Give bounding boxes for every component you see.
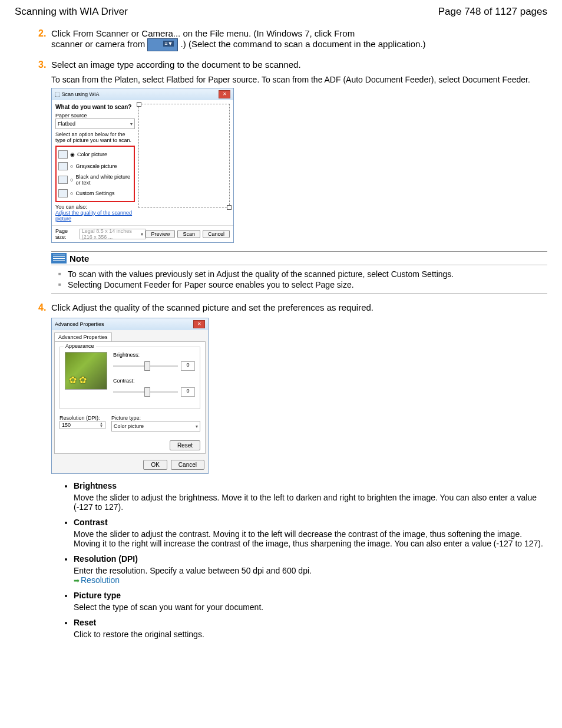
arrow-icon: ➡	[74, 577, 80, 585]
settings-icon	[58, 189, 68, 197]
note-icon	[51, 253, 67, 263]
resolution-link[interactable]: Resolution	[81, 575, 120, 585]
dialog-title: Advanced Properties	[55, 321, 104, 327]
image-type-options: ◉Color picture ○Grayscale picture ○Black…	[55, 146, 135, 202]
hint-text: Select an option below for the type of p…	[55, 131, 135, 143]
brightness-label: Brightness:	[113, 352, 195, 358]
paper-source-label: Paper source	[55, 113, 135, 118]
step-text: Click Adjust the quality of the scanned …	[51, 302, 373, 313]
description-list: Brightness Move the slider to adjust the…	[62, 481, 547, 639]
opt-bw-picture[interactable]: ○Black and white picture or text	[58, 172, 133, 187]
opt-color-picture[interactable]: ◉Color picture	[58, 149, 133, 160]
text: scanner or camera from	[51, 39, 147, 49]
note-heading: Note	[70, 253, 89, 263]
list-item: Picture type Select the type of scan you…	[74, 591, 547, 612]
preview-button[interactable]: Preview	[146, 230, 175, 238]
step-number: 3.	[38, 60, 51, 70]
step-text: Select an image type according to the do…	[51, 60, 301, 70]
picture-type-select[interactable]: Color picture	[111, 421, 200, 431]
preview-thumbnail	[65, 352, 107, 390]
page-indicator: Page 748 of 1127 pages	[438, 6, 547, 18]
page-size-label: Page size:	[55, 228, 77, 240]
text-icon	[58, 176, 68, 184]
note-item: Selecting Document Feeder for Paper sour…	[68, 279, 547, 290]
picture-type-label: Picture type:	[111, 415, 200, 421]
picture-icon	[58, 150, 68, 159]
list-item: Reset Click to restore the original sett…	[74, 618, 547, 639]
you-can-also-label: You can also:	[55, 204, 135, 210]
reset-button[interactable]: Reset	[170, 440, 200, 450]
list-item: Brightness Move the slider to adjust the…	[74, 481, 547, 512]
page-title: Scanning with WIA Driver	[15, 6, 128, 18]
close-icon[interactable]: ✕	[193, 320, 205, 328]
paper-source-select[interactable]: Flatbed	[55, 118, 135, 129]
cancel-button[interactable]: Cancel	[203, 230, 230, 238]
brightness-input[interactable]: 0	[181, 361, 195, 371]
step-number: 2.	[38, 28, 51, 51]
step-subtext: To scan from the Platen, select Flatbed …	[51, 75, 547, 84]
ok-button[interactable]: OK	[143, 460, 167, 470]
text: Click From Scanner or Camera... on the F…	[51, 28, 355, 38]
resolution-input[interactable]: 150 ▲▼	[59, 421, 105, 429]
dialog-title: ⬚ Scan using WIA	[55, 91, 100, 97]
step-number: 4.	[38, 302, 51, 313]
contrast-input[interactable]: 0	[181, 387, 195, 397]
note-block: Note To scan with the values previously …	[51, 251, 547, 294]
opt-custom-settings[interactable]: ○Custom Settings	[58, 187, 133, 199]
advanced-properties-dialog: Advanced Properties ✕ Advanced Propertie…	[51, 318, 209, 474]
menu-dropdown-icon	[147, 38, 178, 51]
contrast-slider[interactable]	[113, 391, 178, 393]
cancel-button[interactable]: Cancel	[171, 460, 204, 470]
wia-scan-dialog: ⬚ Scan using WIA ✕ What do you want to s…	[51, 88, 234, 243]
close-icon[interactable]: ✕	[219, 90, 230, 98]
picture-icon	[58, 162, 68, 170]
scan-button[interactable]: Scan	[177, 230, 200, 238]
brightness-slider[interactable]	[113, 365, 178, 367]
page-size-select[interactable]: Legal 8.5 x 14 inches (216 x 356 ...	[80, 229, 146, 239]
list-item: Contrast Move the slider to adjust the c…	[74, 518, 547, 548]
prompt-heading: What do you want to scan?	[55, 104, 135, 110]
tab-advanced-properties[interactable]: Advanced Properties	[54, 332, 112, 341]
appearance-legend: Appearance	[64, 343, 96, 349]
resolution-label: Resolution (DPI):	[59, 415, 105, 421]
step-text: Click From Scanner or Camera... on the F…	[51, 28, 426, 51]
note-item: To scan with the values previously set i…	[68, 269, 547, 279]
text: .) (Select the command to scan a documen…	[181, 39, 426, 49]
adjust-quality-link[interactable]: Adjust the quality of the scanned pictur…	[55, 210, 135, 222]
contrast-label: Contrast:	[113, 378, 195, 384]
list-item: Resolution (DPI) Enter the resolution. S…	[74, 554, 547, 585]
opt-grayscale-picture[interactable]: ○Grayscale picture	[58, 160, 133, 172]
preview-area[interactable]	[138, 104, 230, 208]
